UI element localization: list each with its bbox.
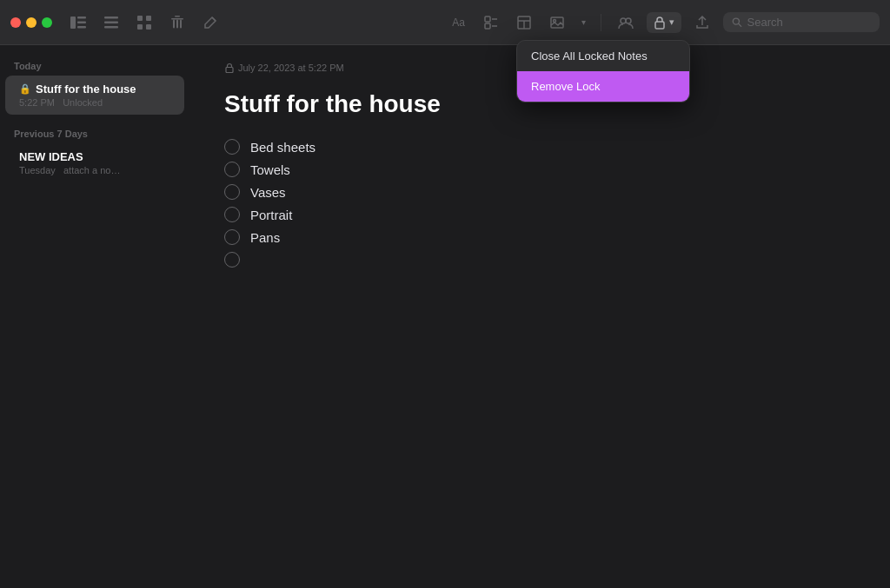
share-icon[interactable] xyxy=(690,10,714,35)
search-input[interactable] xyxy=(747,16,871,29)
media-icon[interactable] xyxy=(545,10,569,35)
list-item: Towels xyxy=(224,158,855,181)
checklist-text-vases: Vases xyxy=(250,185,286,200)
list-item: Vases xyxy=(224,181,855,203)
search-icon xyxy=(732,17,742,28)
svg-line-29 xyxy=(739,23,741,26)
main-area: Today 🔒 Stuff for the house 5:22 PM Unlo… xyxy=(0,45,890,588)
list-item: Bed sheets xyxy=(224,135,855,158)
today-label: Today xyxy=(0,56,189,75)
checklist-icon[interactable] xyxy=(479,10,503,35)
list-view-icon[interactable] xyxy=(99,10,123,35)
svg-rect-12 xyxy=(175,16,180,17)
sidebar: Today 🔒 Stuff for the house 5:22 PM Unlo… xyxy=(0,45,189,588)
traffic-lights xyxy=(10,17,52,28)
close-button[interactable] xyxy=(10,17,21,28)
note-content-area: July 22, 2023 at 5:22 PM Stuff for the h… xyxy=(189,45,890,588)
checklist-text-portrait: Portrait xyxy=(250,208,292,222)
collaborate-icon[interactable] xyxy=(614,10,638,35)
svg-rect-5 xyxy=(104,21,118,23)
new-ideas-preview: attach a no… xyxy=(63,165,120,175)
checklist-text-bed-sheets: Bed sheets xyxy=(250,140,315,155)
format-text-icon[interactable]: Aa xyxy=(447,10,470,35)
lock-dropdown-button[interactable]: ▾ xyxy=(647,12,681,33)
checkbox-bed-sheets[interactable] xyxy=(224,139,240,155)
note-title-row: 🔒 Stuff for the house xyxy=(19,83,170,96)
checkbox-pans[interactable] xyxy=(224,229,240,245)
svg-rect-4 xyxy=(104,17,118,19)
sidebar-item-stuff-house[interactable]: 🔒 Stuff for the house 5:22 PM Unlocked xyxy=(5,76,184,115)
checkbox-portrait[interactable] xyxy=(224,207,240,222)
svg-rect-10 xyxy=(146,24,151,30)
checkbox-vases[interactable] xyxy=(224,184,240,200)
checkbox-towels[interactable] xyxy=(224,162,240,177)
note-time: 5:22 PM xyxy=(19,97,55,108)
list-item: Portrait xyxy=(224,203,855,226)
svg-rect-11 xyxy=(171,18,183,20)
svg-point-25 xyxy=(621,18,626,23)
svg-rect-30 xyxy=(226,68,233,73)
svg-rect-16 xyxy=(485,17,490,22)
svg-rect-8 xyxy=(146,16,151,21)
sidebar-item-new-ideas[interactable]: NEW IDEAS Tuesday attach a no… xyxy=(5,143,184,182)
compose-icon[interactable] xyxy=(198,10,222,35)
svg-rect-0 xyxy=(70,17,76,29)
new-ideas-day: Tuesday xyxy=(19,165,56,175)
note-status: Unlocked xyxy=(63,97,103,108)
sidebar-toggle-icon[interactable] xyxy=(66,10,90,35)
svg-rect-3 xyxy=(77,26,86,29)
svg-rect-17 xyxy=(485,23,490,29)
note-date: July 22, 2023 at 5:22 PM xyxy=(238,63,344,73)
table-icon[interactable] xyxy=(512,10,536,35)
list-item: Pans xyxy=(224,226,855,248)
titlebar: Aa ▾ xyxy=(0,0,890,45)
note-title-row-2: NEW IDEAS xyxy=(19,150,170,163)
lock-small-icon xyxy=(224,63,235,73)
svg-rect-13 xyxy=(173,19,175,28)
svg-rect-15 xyxy=(180,19,182,28)
svg-rect-9 xyxy=(137,24,143,30)
svg-rect-2 xyxy=(77,21,86,23)
new-ideas-meta: Tuesday attach a no… xyxy=(19,165,170,175)
maximize-button[interactable] xyxy=(42,17,52,28)
minimize-button[interactable] xyxy=(26,17,37,28)
svg-point-26 xyxy=(626,18,631,23)
remove-lock-item[interactable]: Remove Lock xyxy=(517,71,689,102)
search-bar[interactable] xyxy=(723,12,880,32)
lock-dropdown-menu: Close All Locked Notes Remove Lock xyxy=(516,40,690,102)
svg-point-24 xyxy=(554,19,556,22)
media-chevron-icon[interactable]: ▾ xyxy=(578,10,588,35)
svg-rect-14 xyxy=(176,19,178,28)
previous-label: Previous 7 Days xyxy=(0,123,189,142)
checklist-text-pans: Pans xyxy=(250,230,280,245)
format-label: Aa xyxy=(452,17,465,29)
new-ideas-title: NEW IDEAS xyxy=(19,150,83,163)
checklist-text-towels: Towels xyxy=(250,162,290,177)
svg-rect-7 xyxy=(137,16,143,21)
svg-rect-27 xyxy=(655,22,664,29)
grid-view-icon[interactable] xyxy=(132,10,156,35)
note-title: Stuff for the house xyxy=(36,83,136,96)
svg-rect-1 xyxy=(77,17,86,19)
chevron-down-icon: ▾ xyxy=(669,17,674,28)
note-meta: 5:22 PM Unlocked xyxy=(19,97,170,108)
close-all-locked-notes-item[interactable]: Close All Locked Notes xyxy=(517,41,689,71)
checkbox-empty[interactable] xyxy=(224,252,240,268)
separator xyxy=(601,14,601,31)
list-item xyxy=(224,248,855,271)
lock-icon: 🔒 xyxy=(19,83,31,95)
svg-rect-6 xyxy=(104,26,118,29)
delete-icon[interactable] xyxy=(165,10,189,35)
